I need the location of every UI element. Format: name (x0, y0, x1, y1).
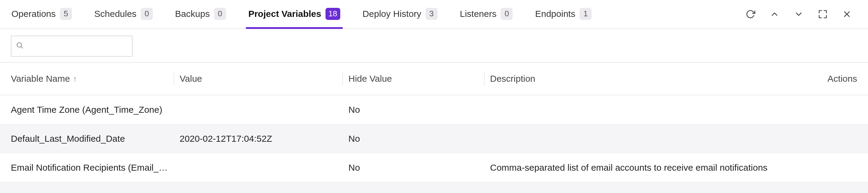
cell-hide-value: No (348, 192, 490, 193)
column-description[interactable]: Description (490, 74, 779, 84)
tab-listeners[interactable]: Listeners 0 (458, 0, 516, 29)
tab-badge: 18 (326, 8, 340, 20)
tab-actions (744, 8, 859, 20)
tab-label: Endpoints (535, 8, 575, 19)
tab-label: Listeners (460, 8, 497, 19)
tab-project-variables[interactable]: Project Variables 18 (246, 0, 343, 29)
search-icon (16, 41, 24, 51)
column-label: Description (490, 74, 535, 84)
table-row[interactable]: Email Notification Recipients (Email_R..… (0, 153, 868, 182)
search-input[interactable] (27, 41, 134, 51)
close-icon[interactable] (841, 8, 853, 20)
column-label: Variable Name (11, 74, 70, 84)
tab-label: Project Variables (248, 8, 321, 19)
search-box[interactable] (11, 35, 133, 57)
svg-line-3 (21, 47, 23, 48)
tab-badge: 1 (580, 8, 592, 20)
column-hide-value[interactable]: Hide Value (348, 74, 490, 84)
cell-hide-value: No (348, 134, 490, 144)
table-row[interactable]: Default_Last_Modified_Date 2020-02-12T17… (0, 124, 868, 153)
tab-label: Schedules (94, 8, 136, 19)
refresh-icon[interactable] (744, 8, 756, 20)
search-bar (0, 29, 868, 63)
expand-icon[interactable] (817, 8, 829, 20)
tab-schedules[interactable]: Schedules 0 (92, 0, 155, 29)
cell-hide-value: No (348, 163, 490, 173)
cell-hide-value: No (348, 105, 490, 115)
cell-description: Email account used to send email notific… (490, 192, 779, 193)
tab-badge: 0 (141, 8, 153, 20)
tab-label: Deploy History (363, 8, 421, 19)
column-value[interactable]: Value (180, 74, 348, 84)
column-label: Actions (828, 74, 857, 84)
chevron-up-icon[interactable] (769, 8, 781, 20)
cell-variable-name: Default_Last_Modified_Date (11, 134, 180, 144)
svg-point-2 (17, 43, 22, 47)
tab-badge: 0 (501, 8, 513, 20)
tab-badge: 3 (426, 8, 438, 20)
tab-label: Backups (175, 8, 210, 19)
table-row[interactable]: Agent Time Zone (Agent_Time_Zone) No (0, 95, 868, 124)
tab-endpoints[interactable]: Endpoints 1 (532, 0, 594, 29)
cell-variable-name: Agent Time Zone (Agent_Time_Zone) (11, 105, 180, 115)
tab-badge: 0 (214, 8, 226, 20)
table-header: Variable Name ↑ Value Hide Value Descrip… (0, 63, 868, 95)
tab-deploy-history[interactable]: Deploy History 3 (360, 0, 440, 29)
sort-ascending-icon: ↑ (73, 74, 77, 84)
table-row[interactable]: Email Notifications Sender Account (E...… (0, 182, 868, 193)
column-label: Hide Value (348, 74, 392, 84)
cell-variable-name: Email Notification Recipients (Email_R..… (11, 163, 180, 173)
tabs: Operations 5 Schedules 0 Backups 0 Proje… (9, 0, 744, 29)
tab-operations[interactable]: Operations 5 (9, 0, 74, 29)
tab-bar: Operations 5 Schedules 0 Backups 0 Proje… (0, 0, 868, 29)
column-variable-name[interactable]: Variable Name ↑ (11, 74, 180, 84)
cell-variable-name: Email Notifications Sender Account (E... (11, 192, 180, 193)
cell-description: Comma-separated list of email accounts t… (490, 163, 779, 173)
column-label: Value (180, 74, 202, 84)
column-actions: Actions (779, 74, 857, 84)
cell-value: 2020-02-12T17:04:52Z (180, 134, 348, 144)
tab-label: Operations (11, 8, 56, 19)
chevron-down-icon[interactable] (793, 8, 805, 20)
tab-badge: 5 (60, 8, 72, 20)
tab-backups[interactable]: Backups 0 (173, 0, 228, 29)
